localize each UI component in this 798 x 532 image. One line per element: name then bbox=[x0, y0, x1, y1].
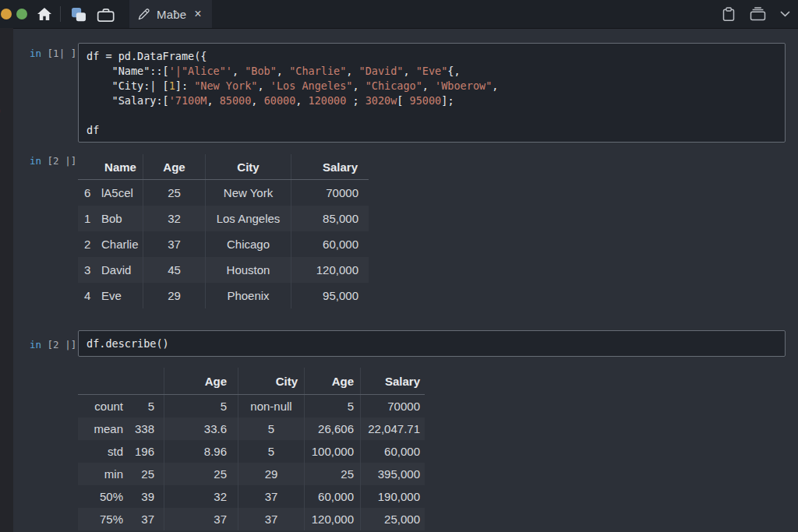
cell1-prompt: in [1| ] bbox=[30, 48, 76, 59]
code-token: , bbox=[251, 94, 263, 107]
table-cell: Chicago bbox=[205, 231, 291, 257]
chevron-down-icon[interactable] bbox=[780, 11, 790, 17]
table-cell: 3 bbox=[78, 257, 98, 283]
tab-label: Maƀe bbox=[157, 8, 186, 21]
code-token: 1 bbox=[169, 79, 175, 92]
traffic-light-zoom[interactable] bbox=[16, 9, 27, 19]
describe-cell: 25 bbox=[164, 463, 238, 485]
describe-cell: 100,000 bbox=[304, 440, 360, 463]
code-token: , bbox=[403, 65, 415, 77]
code-token: , bbox=[257, 79, 270, 92]
code-token: "Charlie" bbox=[289, 65, 346, 77]
pages-icon[interactable] bbox=[70, 7, 87, 22]
table-cell: Charlie bbox=[98, 231, 143, 257]
describe-cell: non-null bbox=[238, 395, 304, 417]
table-cell: 60,000 bbox=[291, 231, 369, 257]
dataframe-table: NameAgeCitySalary6lA5cel25New York700001… bbox=[78, 154, 369, 308]
describe-cell: 5 bbox=[164, 395, 238, 417]
table-cell: 45 bbox=[143, 257, 205, 283]
table-cell: 6 bbox=[78, 180, 98, 206]
describe-cell: 5 bbox=[238, 440, 304, 463]
column-header-city: City bbox=[238, 368, 304, 394]
describe-cell: 22,047.71 bbox=[360, 417, 425, 440]
table-cell: 95,000 bbox=[291, 283, 369, 308]
code-token: "Bob" bbox=[245, 65, 277, 77]
row-label: mean bbox=[78, 417, 126, 440]
code-token: "City:| [ bbox=[87, 79, 169, 92]
briefcase-icon[interactable] bbox=[97, 7, 115, 22]
code-token: '|"Alice"' bbox=[169, 65, 232, 77]
prompt-index: [1| ] bbox=[41, 48, 76, 59]
left-gutter: ) bbox=[0, 28, 13, 532]
code-token: "Name"::[ bbox=[87, 65, 169, 77]
tab-close-icon[interactable]: × bbox=[194, 8, 201, 20]
code-token: , bbox=[295, 94, 308, 107]
code-token: "Chicago" bbox=[365, 79, 422, 92]
code-token: , bbox=[232, 65, 245, 77]
code-line: "City:| [1]: "New York", 'Los Angeles", … bbox=[87, 79, 785, 93]
code-token: 'Wboerow" bbox=[435, 79, 492, 92]
column-header-blank bbox=[78, 368, 126, 394]
describe-cell: 70000 bbox=[360, 395, 425, 417]
describe-cell: 25 bbox=[126, 463, 164, 485]
table-cell: lA5cel bbox=[98, 180, 143, 206]
row-label: 75% bbox=[78, 508, 126, 530]
describe-cell: 25 bbox=[304, 463, 360, 485]
window-stack-icon[interactable] bbox=[750, 7, 766, 21]
column-header-age: Age bbox=[143, 154, 205, 179]
table-row: 3David45Houston120,000 bbox=[78, 257, 369, 283]
code-token: "Eve" bbox=[416, 65, 448, 77]
describe-row: 50%39323760,000190,000 bbox=[78, 485, 425, 508]
tab-notebook[interactable]: Maƀe × bbox=[129, 0, 212, 28]
table-cell: 70000 bbox=[291, 180, 369, 206]
code-token: , bbox=[352, 79, 365, 92]
clipboard-icon[interactable] bbox=[722, 7, 736, 22]
describe-cell: 33.6 bbox=[164, 417, 238, 440]
home-icon[interactable] bbox=[36, 7, 53, 22]
column-header-index bbox=[78, 154, 98, 179]
code-cell-2[interactable]: df.describe() bbox=[78, 330, 786, 357]
table-row: 1Bob32Los Angeles85,000 bbox=[78, 206, 369, 231]
code-token: '7100M bbox=[169, 94, 207, 107]
pencil-icon bbox=[137, 8, 150, 21]
code-token: ; bbox=[346, 94, 365, 107]
describe-cell: 60,000 bbox=[304, 485, 360, 508]
code-token: 3020w bbox=[365, 94, 397, 107]
describe-cell: 29 bbox=[238, 463, 304, 485]
code-token: "Salary:[ bbox=[87, 94, 169, 107]
describe-row: min25252925395,000 bbox=[78, 463, 425, 485]
table-row: 6lA5cel25New York70000 bbox=[78, 180, 369, 206]
column-header-age: Age bbox=[304, 368, 360, 394]
code-token: ]: bbox=[175, 79, 194, 92]
describe-cell: 196 bbox=[126, 440, 164, 463]
describe-row: std1968.965100,00060,000 bbox=[78, 440, 425, 463]
code-token: , bbox=[422, 79, 435, 92]
describe-cell: 120,000 bbox=[304, 508, 360, 530]
code-token: 'Los Angeles" bbox=[270, 79, 353, 92]
code-line: df = pd.DataFrame({ bbox=[87, 49, 785, 64]
table-cell: 25 bbox=[143, 180, 205, 206]
table-cell: Eve bbox=[98, 283, 143, 308]
column-header-age: Age bbox=[164, 368, 238, 394]
column-header-salary: Salary bbox=[291, 154, 369, 179]
table-cell: 1 bbox=[78, 206, 98, 231]
code-cell-1-content[interactable]: df = pd.DataFrame({ "Name"::['|"Alice"',… bbox=[79, 44, 785, 138]
code-cell-2-content[interactable]: df.describe() bbox=[79, 331, 785, 351]
table-cell: Phoenix bbox=[205, 283, 291, 308]
describe-table: AgeCityAgeSalarycount55non-null570000mea… bbox=[78, 368, 425, 530]
code-line bbox=[87, 108, 785, 123]
table-cell: Los Angeles bbox=[205, 206, 291, 231]
describe-row: 75%373737120,00025,000 bbox=[78, 508, 425, 530]
table-cell: New York bbox=[205, 180, 291, 206]
describe-cell: 37 bbox=[164, 508, 238, 530]
row-label: 50% bbox=[78, 485, 126, 508]
traffic-light-minimize[interactable] bbox=[1, 9, 12, 19]
code-cell-1[interactable]: df = pd.DataFrame({ "Name"::['|"Alice"',… bbox=[78, 43, 786, 143]
table-cell: Bob bbox=[98, 206, 143, 231]
table-cell: 29 bbox=[143, 283, 205, 308]
prompt-in: in bbox=[30, 155, 41, 167]
describe-header-row: AgeCityAgeSalary bbox=[78, 368, 425, 395]
table-cell: David bbox=[98, 257, 143, 283]
code-token: 95000 bbox=[410, 94, 442, 107]
prompt-in: in bbox=[30, 339, 41, 351]
